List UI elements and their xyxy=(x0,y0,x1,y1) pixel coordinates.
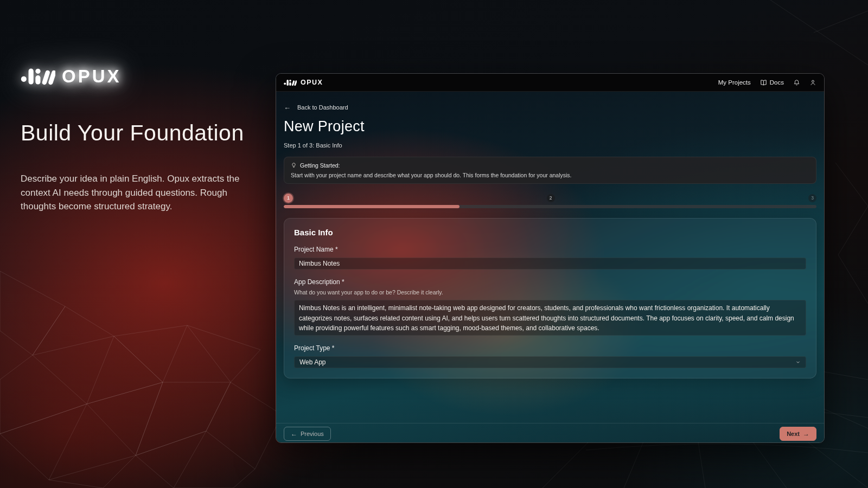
step-indicator: 1 2 3 xyxy=(284,193,816,203)
hero-description: Describe your idea in plain English. Opu… xyxy=(21,172,258,214)
lightbulb-icon xyxy=(291,162,297,169)
back-link-label: Back to Dashboard xyxy=(297,104,348,111)
nav-docs[interactable]: Docs xyxy=(760,79,784,86)
tip-body: Start with your project name and describ… xyxy=(291,172,809,178)
opux-logo-icon xyxy=(284,79,297,87)
account-button[interactable] xyxy=(809,79,816,86)
project-name-label: Project Name * xyxy=(294,246,806,253)
getting-started-tip: Getting Started: Start with your project… xyxy=(284,157,816,184)
nav-my-projects[interactable]: My Projects xyxy=(718,79,751,86)
progress-fill xyxy=(284,205,459,208)
screen: OPUX Build Your Foundation Describe your… xyxy=(0,0,868,488)
app-topbar: OPUX My Projects Docs xyxy=(276,74,824,92)
hero-brand: OPUX xyxy=(21,65,270,88)
nav-docs-label: Docs xyxy=(770,79,784,86)
app-description-textarea[interactable]: Nimbus Notes is an intelligent, minimali… xyxy=(294,300,806,336)
page-title: New Project xyxy=(284,118,816,135)
tip-header: Getting Started: xyxy=(291,162,809,169)
basic-info-card: Basic Info Project Name * App Descriptio… xyxy=(284,218,816,378)
app-description-helper: What do you want your app to do or be? D… xyxy=(294,289,806,296)
hero-section: OPUX Build Your Foundation Describe your… xyxy=(21,65,270,214)
back-arrow-icon: ← xyxy=(284,103,291,111)
topbar-brand[interactable]: OPUX xyxy=(284,79,323,87)
topbar-brand-text: OPUX xyxy=(301,79,323,86)
next-button-label: Next xyxy=(787,431,800,437)
project-type-value: Web App xyxy=(299,358,326,366)
previous-button-label: Previous xyxy=(301,431,324,437)
chevron-down-icon xyxy=(795,359,801,365)
wizard-footer: ← Previous Next → xyxy=(276,423,824,443)
project-name-input[interactable] xyxy=(294,258,806,269)
bell-icon xyxy=(793,79,800,86)
step-3-marker[interactable]: 3 xyxy=(808,194,816,202)
step-label: Step 1 of 3: Basic Info xyxy=(284,142,816,149)
back-to-dashboard-link[interactable]: ← Back to Dashboard xyxy=(284,92,348,111)
step-1-marker[interactable]: 1 xyxy=(284,194,293,203)
app-window: OPUX My Projects Docs xyxy=(276,73,825,443)
notifications-button[interactable] xyxy=(793,79,800,86)
panel-body: ← Back to Dashboard New Project Step 1 o… xyxy=(276,92,824,443)
topbar-nav: My Projects Docs xyxy=(718,79,816,86)
arrow-left-icon: ← xyxy=(291,430,297,438)
card-title: Basic Info xyxy=(294,228,806,237)
app-description-label: App Description * xyxy=(294,278,806,286)
hero-brand-text: OPUX xyxy=(62,66,122,87)
next-button[interactable]: Next → xyxy=(780,427,816,441)
arrow-right-icon: → xyxy=(803,430,809,438)
progress-bar xyxy=(284,205,816,208)
previous-button[interactable]: ← Previous xyxy=(284,427,331,441)
opux-logo-icon xyxy=(21,65,55,88)
hero-title: Build Your Foundation xyxy=(21,120,270,146)
tip-title: Getting Started: xyxy=(300,162,340,169)
project-type-label: Project Type * xyxy=(294,344,806,352)
book-icon xyxy=(760,79,767,86)
project-type-select[interactable]: Web App xyxy=(294,356,806,368)
step-2-marker[interactable]: 2 xyxy=(547,194,555,202)
user-icon xyxy=(809,79,816,86)
